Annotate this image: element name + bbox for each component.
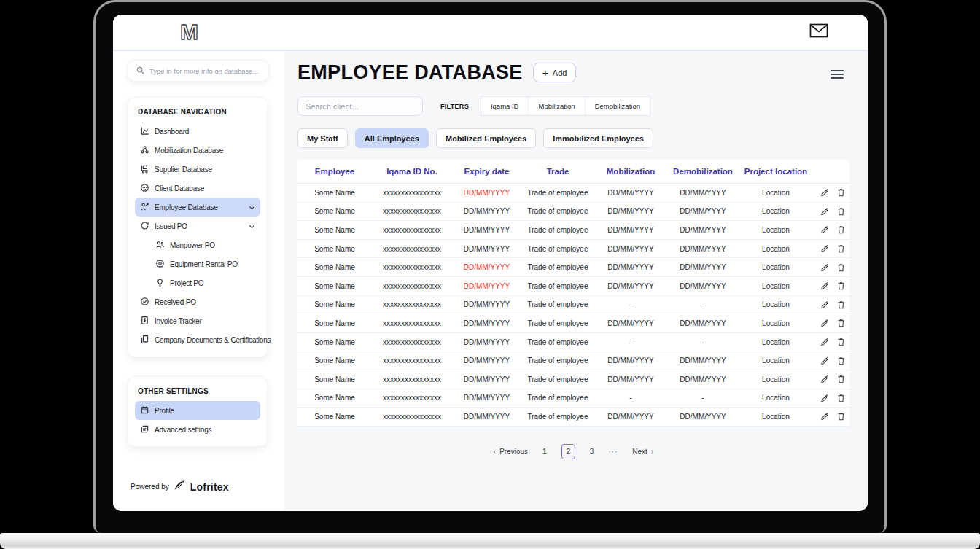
- table-row: Some Name xxxxxxxxxxxxxxxx DD/MM/YYYY Tr…: [298, 240, 849, 259]
- cell-iqama-id: xxxxxxxxxxxxxxxx: [372, 338, 452, 346]
- edit-pencil-icon[interactable]: [820, 394, 829, 402]
- cell-employee: Some Name: [298, 394, 372, 402]
- mail-button[interactable]: [809, 23, 828, 41]
- hamburger-menu-icon[interactable]: [831, 70, 844, 79]
- table-row: Some Name xxxxxxxxxxxxxxxx DD/MM/YYYY Tr…: [298, 296, 849, 315]
- delete-trash-icon[interactable]: [837, 281, 845, 290]
- delete-trash-icon[interactable]: [837, 357, 845, 365]
- edit-pencil-icon[interactable]: [820, 338, 829, 346]
- cell-employee: Some Name: [298, 413, 372, 421]
- edit-pencil-icon[interactable]: [820, 300, 829, 309]
- sidebar-item-received-po[interactable]: Received PO: [135, 292, 260, 311]
- cell-trade: Trade of employee: [521, 357, 594, 365]
- nav-heading: DATABASE NAVIGATION: [135, 106, 260, 122]
- delete-trash-icon[interactable]: [837, 263, 845, 272]
- cell-trade: Trade of employee: [521, 263, 594, 271]
- cell-expiry-date: DD/MM/YYYY: [452, 413, 521, 421]
- table-row: Some Name xxxxxxxxxxxxxxxx DD/MM/YYYY Tr…: [298, 389, 849, 408]
- chevron-left-icon: ‹: [494, 447, 497, 456]
- nav-label: Company Documents & Certifications: [155, 336, 271, 344]
- tab-all-employees[interactable]: All Employees: [355, 128, 429, 148]
- edit-pencil-icon[interactable]: [820, 412, 829, 421]
- pagination-ellipsis: ···: [608, 448, 618, 456]
- pagination-page-1[interactable]: 1: [542, 448, 547, 456]
- sidebar-item-issued-po[interactable]: Issued PO: [135, 217, 260, 235]
- delete-trash-icon[interactable]: [837, 225, 845, 234]
- sidebar-item-equipment-rental-po[interactable]: Equipment Rental PO: [135, 254, 260, 273]
- edit-pencil-icon[interactable]: [820, 225, 829, 234]
- edit-pencil-icon[interactable]: [820, 263, 829, 272]
- sidebar-item-supplier-database[interactable]: Supplier Database: [135, 160, 260, 179]
- sidebar-item-employee-database[interactable]: Employee Database: [135, 198, 260, 217]
- pagination-page-2-current[interactable]: 2: [561, 444, 575, 459]
- edit-pencil-icon[interactable]: [820, 188, 829, 197]
- sidebar-item-client-database[interactable]: Client Database: [135, 179, 260, 198]
- tab-immobilized-employees[interactable]: Immobilized Employees: [543, 128, 653, 148]
- cell-demobilization: DD/MM/YYYY: [667, 207, 739, 215]
- edit-pencil-icon[interactable]: [820, 319, 829, 327]
- previous-label: Previous: [499, 448, 528, 456]
- client-search-input[interactable]: [298, 96, 423, 116]
- sidebar-item-invoice-tracker[interactable]: Invoice Tracker: [135, 311, 260, 330]
- sidebar-item-manpower-po[interactable]: Manpower PO: [135, 235, 260, 254]
- cell-employee: Some Name: [298, 375, 372, 383]
- table-row: Some Name xxxxxxxxxxxxxxxx DD/MM/YYYY Tr…: [298, 277, 849, 296]
- cell-mobilization: DD/MM/YYYY: [594, 319, 667, 327]
- sidebar-item-profile[interactable]: Profile: [135, 401, 260, 420]
- delete-trash-icon[interactable]: [837, 300, 845, 309]
- settings-heading: OTHER SETTILNGS: [135, 386, 260, 401]
- pagination-next[interactable]: Next ›: [632, 447, 653, 456]
- sidebar-search-input[interactable]: [149, 67, 260, 75]
- cell-expiry-date: DD/MM/YYYY: [452, 357, 521, 365]
- sidebar-search-box[interactable]: [128, 60, 269, 82]
- cell-mobilization: DD/MM/YYYY: [594, 282, 667, 290]
- sidebar-item-company-documents[interactable]: Company Documents & Certifications: [135, 330, 260, 349]
- nav-label: Manpower PO: [170, 241, 215, 249]
- tab-my-staff[interactable]: My Staff: [298, 128, 348, 148]
- delete-trash-icon[interactable]: [837, 188, 845, 197]
- edit-pencil-icon[interactable]: [820, 375, 829, 383]
- nav-label: Issued PO: [155, 222, 187, 230]
- cell-trade: Trade of employee: [521, 338, 594, 346]
- edit-pencil-icon[interactable]: [820, 281, 829, 290]
- delete-trash-icon[interactable]: [837, 375, 845, 383]
- delete-trash-icon[interactable]: [837, 319, 845, 327]
- cell-expiry-date: DD/MM/YYYY: [452, 245, 521, 253]
- cell-iqama-id: xxxxxxxxxxxxxxxx: [372, 375, 452, 383]
- nav-label: Supplier Database: [155, 166, 212, 174]
- main-content: EMPLOYEE DATABASE + Add FILTERS Iqam: [284, 51, 868, 510]
- edit-pencil-icon[interactable]: [820, 357, 829, 365]
- cell-trade: Trade of employee: [521, 189, 594, 197]
- pagination-page-3[interactable]: 3: [590, 448, 594, 456]
- filter-chip-demobilization[interactable]: Demobilization: [585, 97, 650, 115]
- nav-label: Invoice Tracker: [155, 317, 202, 325]
- sidebar-item-project-po[interactable]: Project PO: [135, 273, 260, 292]
- pagination-previous[interactable]: ‹ Previous: [494, 447, 529, 456]
- delete-trash-icon[interactable]: [837, 244, 845, 253]
- tab-mobilized-employees[interactable]: Mobilized Employees: [436, 128, 536, 148]
- cell-mobilization: DD/MM/YYYY: [594, 226, 667, 234]
- employee-tabs: My Staff All Employees Mobilized Employe…: [298, 128, 868, 148]
- filter-chip-mobilization[interactable]: Mobilization: [528, 97, 584, 115]
- chevron-down-icon: [249, 222, 255, 230]
- filter-chip-group: Iqama ID Mobilization Demobilization: [481, 96, 650, 116]
- cell-mobilization: DD/MM/YYYY: [594, 263, 667, 271]
- sidebar-item-dashboard[interactable]: Dashboard: [135, 122, 260, 141]
- cell-project-location: Location: [739, 338, 813, 346]
- table-row: Some Name xxxxxxxxxxxxxxxx DD/MM/YYYY Tr…: [298, 184, 849, 203]
- edit-pencil-icon[interactable]: [820, 244, 829, 253]
- cell-iqama-id: xxxxxxxxxxxxxxxx: [372, 300, 452, 308]
- sidebar-item-mobilization-database[interactable]: Mobilization Database: [135, 141, 260, 160]
- delete-trash-icon[interactable]: [837, 207, 845, 216]
- add-button[interactable]: + Add: [533, 63, 577, 82]
- cell-project-location: Location: [739, 357, 813, 365]
- filter-chip-iqama-id[interactable]: Iqama ID: [481, 97, 529, 115]
- delete-trash-icon[interactable]: [837, 338, 845, 346]
- cell-demobilization: DD/MM/YYYY: [667, 226, 739, 234]
- cell-mobilization: -: [594, 394, 667, 402]
- delete-trash-icon[interactable]: [837, 394, 845, 402]
- sidebar-item-advanced-settings[interactable]: Advanced settings: [135, 420, 260, 439]
- col-mobilization: Mobilization: [594, 167, 667, 176]
- delete-trash-icon[interactable]: [837, 412, 845, 421]
- edit-pencil-icon[interactable]: [820, 207, 829, 216]
